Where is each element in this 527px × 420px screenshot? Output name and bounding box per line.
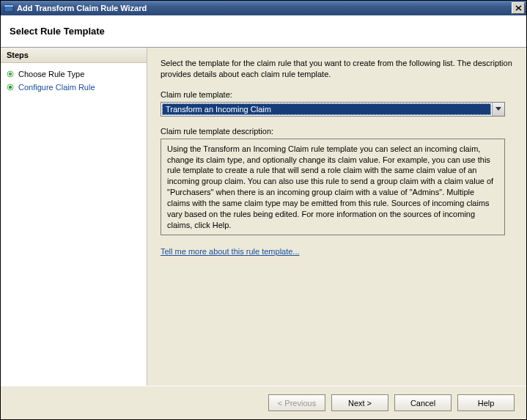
next-button[interactable]: Next > xyxy=(331,394,388,411)
description-field-label: Claim rule template description: xyxy=(161,127,513,136)
step-bullet-icon xyxy=(7,84,14,91)
svg-rect-1 xyxy=(4,5,13,7)
template-selected-value: Transform an Incoming Claim xyxy=(162,103,491,115)
close-button[interactable] xyxy=(512,2,525,14)
steps-heading: Steps xyxy=(1,48,147,63)
step-label: Choose Rule Type xyxy=(18,70,84,78)
step-configure-claim-rule[interactable]: Configure Claim Rule xyxy=(1,81,147,94)
window-title: Add Transform Claim Rule Wizard xyxy=(17,4,512,12)
app-icon xyxy=(4,3,14,13)
main-panel: Select the template for the claim rule t… xyxy=(147,48,526,386)
template-select-wrap: Transform an Incoming Claim xyxy=(161,102,505,117)
template-description: Using the Transform an Incoming Claim ru… xyxy=(161,139,505,236)
wizard-footer: < Previous Next > Cancel Help xyxy=(1,386,526,419)
page-header: Select Rule Template xyxy=(1,15,526,48)
titlebar: Add Transform Claim Rule Wizard xyxy=(1,1,526,15)
wizard-body: Steps Choose Rule Type Configure Claim R… xyxy=(1,48,526,386)
svg-point-3 xyxy=(9,73,12,75)
intro-text: Select the template for the claim rule t… xyxy=(161,58,513,80)
chevron-down-icon xyxy=(492,103,504,116)
close-icon xyxy=(515,4,522,12)
template-select[interactable]: Transform an Incoming Claim xyxy=(161,102,505,117)
step-bullet-icon xyxy=(7,70,14,78)
steps-list: Choose Rule Type Configure Claim Rule xyxy=(1,63,147,98)
help-button[interactable]: Help xyxy=(457,394,515,411)
svg-point-5 xyxy=(9,86,12,89)
template-field-label: Claim rule template: xyxy=(161,90,513,99)
page-title: Select Rule Template xyxy=(10,26,105,37)
step-label: Configure Claim Rule xyxy=(18,83,95,92)
cancel-button[interactable]: Cancel xyxy=(394,394,452,411)
previous-button: < Previous xyxy=(268,394,325,411)
steps-sidebar: Steps Choose Rule Type Configure Claim R… xyxy=(1,48,147,386)
more-info-link[interactable]: Tell me more about this rule template... xyxy=(161,247,300,256)
step-choose-rule-type[interactable]: Choose Rule Type xyxy=(1,67,147,81)
